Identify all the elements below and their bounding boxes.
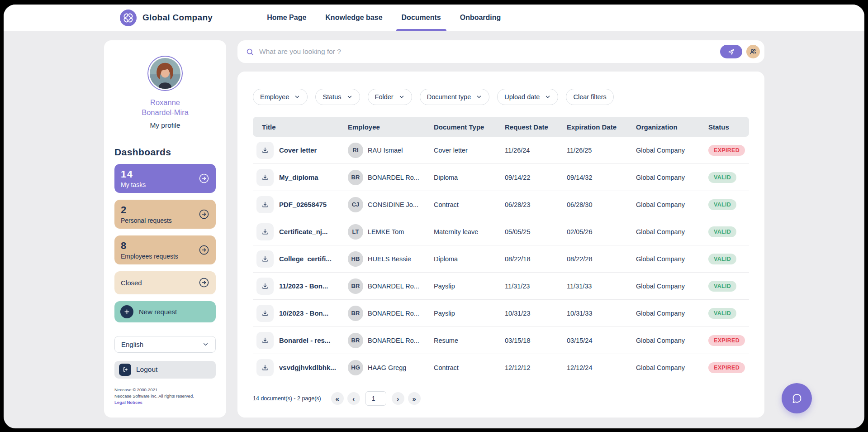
organization: Global Company xyxy=(636,255,708,263)
app-window: Global Company Home PageKnowledge baseDo… xyxy=(4,5,864,428)
dashboard-card-my-tasks[interactable]: 14My tasks xyxy=(114,164,216,193)
sidebar-footer: Neocase © 2000-2021 Neocase Software inc… xyxy=(114,387,216,406)
employee-cell: BRBONARDEL Ro... xyxy=(348,333,434,348)
new-request-button[interactable]: New request xyxy=(114,301,216,322)
download-button[interactable] xyxy=(256,169,274,186)
employee-search-button[interactable] xyxy=(746,45,760,58)
download-button[interactable] xyxy=(256,250,274,268)
download-icon xyxy=(261,336,269,345)
table-row[interactable]: Bonardel - res...BRBONARDEL Ro...Resume0… xyxy=(253,327,749,354)
chevron-down-icon xyxy=(202,341,209,348)
nav-tab-onboarding[interactable]: Onboarding xyxy=(460,5,501,31)
language-select[interactable]: English xyxy=(114,336,216,353)
organization: Global Company xyxy=(636,364,708,371)
filter-employee[interactable]: Employee xyxy=(253,89,308,105)
employee-name: RAU Ismael xyxy=(368,147,403,154)
download-button[interactable] xyxy=(256,305,274,322)
status-cell: EXPIRED xyxy=(708,145,749,156)
dashboard-card-personal-requests[interactable]: 2Personal requests xyxy=(114,200,216,229)
dashboard-cards: 14My tasks2Personal requests8Employees r… xyxy=(114,164,216,294)
table-row[interactable]: 11/2023 - Bon...BRBONARDEL Ro...Payslip1… xyxy=(253,273,749,300)
chevron-down-icon xyxy=(398,94,405,100)
table-row[interactable]: vsvdgjhvkdlbhk...HGHAAG GreggContract12/… xyxy=(253,354,749,381)
download-button[interactable] xyxy=(256,142,274,159)
dashboard-card-employees-requests[interactable]: 8Employees requests xyxy=(114,235,216,264)
filter-bar: EmployeeStatusFolderDocument typeUpload … xyxy=(253,89,749,105)
status-badge: VALID xyxy=(708,308,736,319)
search-submit-button[interactable] xyxy=(720,45,742,58)
filter-label: Upload date xyxy=(504,93,540,101)
status-cell: VALID xyxy=(708,226,749,237)
column-header-status: Status xyxy=(708,123,749,131)
table-row[interactable]: 10/2023 - Bon...BRBONARDEL Ro...Payslip1… xyxy=(253,300,749,327)
chat-button[interactable] xyxy=(782,383,812,413)
chevron-down-icon xyxy=(294,94,300,100)
user-name-line1: Roxanne xyxy=(142,97,189,107)
employee-cell: BRBONARDEL Ro... xyxy=(348,170,434,185)
download-button[interactable] xyxy=(256,223,274,240)
pagination-summary: 14 document(s) - 2 page(s) xyxy=(253,395,321,402)
request-date: 10/31/23 xyxy=(505,310,567,317)
organization: Global Company xyxy=(636,228,708,235)
table-row[interactable]: My_diplomaBRBONARDEL Ro...Diploma09/14/2… xyxy=(253,164,749,191)
document-type: Contract xyxy=(434,364,505,371)
download-button[interactable] xyxy=(256,196,274,213)
organization: Global Company xyxy=(636,337,708,344)
logout-button[interactable]: Logout xyxy=(114,361,216,379)
download-cell xyxy=(253,142,279,159)
new-request-label: New request xyxy=(139,308,177,316)
column-header-employee: Employee xyxy=(348,123,434,131)
status-badge: EXPIRED xyxy=(708,145,745,156)
table-row[interactable]: PDF_02658475CJCONSIDINE Jo...Contract06/… xyxy=(253,191,749,218)
download-cell xyxy=(253,359,279,376)
document-type: Contract xyxy=(434,201,505,208)
document-title: College_certifi... xyxy=(279,255,348,263)
page-number-input[interactable] xyxy=(365,391,386,406)
download-button[interactable] xyxy=(256,332,274,349)
filter-folder[interactable]: Folder xyxy=(368,89,412,105)
dashboard-card-count: 8 xyxy=(121,240,178,252)
employee-avatar: CJ xyxy=(348,197,363,212)
next-page-button[interactable]: › xyxy=(392,392,404,405)
avatar xyxy=(147,56,183,91)
request-date: 12/12/12 xyxy=(505,364,567,371)
last-page-button[interactable]: » xyxy=(408,392,421,405)
request-date: 05/05/25 xyxy=(505,228,567,235)
filter-status[interactable]: Status xyxy=(315,89,360,105)
users-icon xyxy=(749,48,757,56)
table-row[interactable]: Cover letterRIRAU IsmaelCover letter11/2… xyxy=(253,137,749,164)
table-row[interactable]: Certificate_nj...LTLEMKE TomMaternity le… xyxy=(253,218,749,245)
filter-label: Employee xyxy=(260,93,289,101)
document-type: Cover letter xyxy=(434,147,505,154)
download-cell xyxy=(253,223,279,240)
download-icon xyxy=(261,146,269,154)
nav-tab-documents[interactable]: Documents xyxy=(402,5,441,31)
employee-cell: BRBONARDEL Ro... xyxy=(348,278,434,294)
previous-page-button[interactable]: ‹ xyxy=(347,392,360,405)
chat-bubble-icon xyxy=(790,392,804,405)
dashboard-card-text: 2Personal requests xyxy=(121,204,172,224)
clear-filters-button[interactable]: Clear filters xyxy=(566,89,613,105)
download-icon xyxy=(261,309,269,317)
column-header-expiration-date: Expiration Date xyxy=(567,123,636,131)
legal-notices-link[interactable]: Legal Notices xyxy=(114,399,216,406)
search-bar xyxy=(237,40,764,63)
employee-name: BONARDEL Ro... xyxy=(368,310,419,317)
main-nav: Home PageKnowledge baseDocumentsOnboardi… xyxy=(267,5,501,31)
download-button[interactable] xyxy=(256,278,274,295)
filter-document-type[interactable]: Document type xyxy=(420,89,490,105)
my-profile-link[interactable]: My profile xyxy=(150,121,180,130)
document-type: Resume xyxy=(434,337,505,344)
expiration-date: 02/05/26 xyxy=(567,228,636,235)
employee-avatar: BR xyxy=(348,333,363,348)
table-row[interactable]: College_certifi...HBHUELS BessieDiploma0… xyxy=(253,245,749,273)
dashboard-card-closed[interactable]: Closed xyxy=(114,271,216,294)
search-input[interactable] xyxy=(259,48,720,56)
document-type: Diploma xyxy=(434,255,505,263)
first-page-button[interactable]: « xyxy=(331,392,344,405)
filter-upload-date[interactable]: Upload date xyxy=(497,89,558,105)
nav-tab-home-page[interactable]: Home Page xyxy=(267,5,306,31)
download-button[interactable] xyxy=(256,359,274,376)
status-badge: VALID xyxy=(708,226,736,237)
nav-tab-knowledge-base[interactable]: Knowledge base xyxy=(325,5,382,31)
